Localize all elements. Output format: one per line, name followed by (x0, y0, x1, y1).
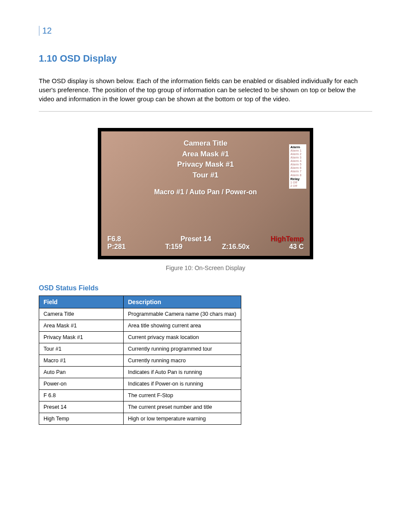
table-cell: Current privacy mask location (124, 332, 241, 343)
table-cell: Programmable Camera name (30 chars max) (124, 308, 241, 320)
table-row: F 6.8 The current F-Stop (39, 390, 241, 401)
zoom-value: Z:16.50x (222, 243, 249, 251)
alarm-item: Alarm 5 (290, 163, 305, 166)
subsection-title: OSD Status Fields (39, 284, 372, 292)
intro-paragraph: The OSD display is shown below. Each of … (39, 76, 372, 103)
pan-value: P:281 (107, 243, 126, 251)
table-cell: Tour #1 (39, 343, 124, 355)
relay-header: Relay (290, 177, 305, 181)
table-cell: Area Mask #1 (39, 320, 124, 332)
table-cell: Auto Pan (39, 367, 124, 378)
osd-center-block: Camera Title Area Mask #1 Privacy Mask #… (101, 138, 310, 197)
divider (39, 111, 372, 112)
table-cell: High or low temperature warning (124, 413, 241, 425)
table-row: Auto Pan Indicates if Auto Pan is runnin… (39, 367, 241, 378)
table-cell: High Temp (39, 413, 124, 425)
table-cell: Indicates if Power-on is running (124, 378, 241, 390)
table-row: Macro #1 Currently running macro (39, 355, 241, 367)
table-row: Camera Title Programmable Camera name (3… (39, 308, 241, 320)
alarm-item: Alarm 3 (290, 156, 305, 159)
table-row: High Temp High or low temperature warnin… (39, 413, 241, 425)
table-cell: Area title showing current area (124, 320, 241, 332)
alarm-header: Alarm (290, 145, 305, 149)
relay-item: 2 Off (290, 184, 305, 188)
osd-line: Camera Title (101, 138, 310, 149)
table-header-description: Description (124, 296, 241, 308)
table-cell: Currently running programmed tour (124, 343, 241, 355)
table-row: Area Mask #1 Area title showing current … (39, 320, 241, 332)
table-row: Preset 14 The current preset number and … (39, 401, 241, 413)
table-row: Power-on Indicates if Power-on is runnin… (39, 378, 241, 390)
table-cell: Camera Title (39, 308, 124, 320)
alarm-item: Alarm 6 (290, 166, 305, 170)
figure-caption: Figure 10: On-Screen Display (39, 264, 372, 271)
page-number: 12 (39, 26, 372, 36)
table-cell: Preset 14 (39, 401, 124, 413)
osd-line: Privacy Mask #1 (101, 159, 310, 170)
table-row: Privacy Mask #1 Current privacy mask loc… (39, 332, 241, 343)
temp-warning: HighTemp (271, 235, 304, 243)
table-cell: Power-on (39, 378, 124, 390)
table-cell: F 6.8 (39, 390, 124, 401)
section-title: 1.10 OSD Display (39, 53, 372, 64)
alarm-item: Alarm 4 (290, 159, 305, 163)
preset-value: Preset 14 (181, 235, 211, 243)
status-fields-table: Field Description Camera Title Programma… (39, 296, 241, 425)
alarm-item: Alarm 2 (290, 152, 305, 156)
alarm-item: Alarm 8 (290, 174, 305, 177)
osd-line: Area Mask #1 (101, 149, 310, 160)
osd-bottom-block: F6.8 Preset 14 HighTemp P:281 T:159 Z:16… (107, 235, 304, 251)
fstop-value: F6.8 (107, 235, 121, 243)
osd-screen: Camera Title Area Mask #1 Privacy Mask #… (101, 131, 310, 256)
alarm-item: Alarm 7 (290, 170, 305, 173)
table-cell: Macro #1 (39, 355, 124, 367)
table-cell: Currently running macro (124, 355, 241, 367)
osd-line: Tour #1 (101, 170, 310, 181)
osd-screenshot: Camera Title Area Mask #1 Privacy Mask #… (98, 128, 313, 259)
osd-bottom-row1: F6.8 Preset 14 HighTemp (107, 235, 304, 243)
relay-item: 1 Off (290, 181, 305, 184)
temp-value: 43 C (289, 243, 304, 251)
alarm-item: Alarm 1 (290, 149, 305, 152)
tilt-value: T:159 (165, 243, 183, 251)
table-cell: The current preset number and title (124, 401, 241, 413)
table-cell: The current F-Stop (124, 390, 241, 401)
osd-line-wide: Macro #1 / Auto Pan / Power-on (101, 187, 310, 197)
table-cell: Privacy Mask #1 (39, 332, 124, 343)
figure-wrap: Camera Title Area Mask #1 Privacy Mask #… (39, 128, 372, 259)
alarm-relay-box: Alarm Alarm 1 Alarm 2 Alarm 3 Alarm 4 Al… (289, 144, 306, 189)
table-cell: Indicates if Auto Pan is running (124, 367, 241, 378)
table-header-field: Field (39, 296, 124, 308)
table-row: Tour #1 Currently running programmed tou… (39, 343, 241, 355)
osd-bottom-row2: P:281 T:159 Z:16.50x 43 C (107, 243, 304, 251)
